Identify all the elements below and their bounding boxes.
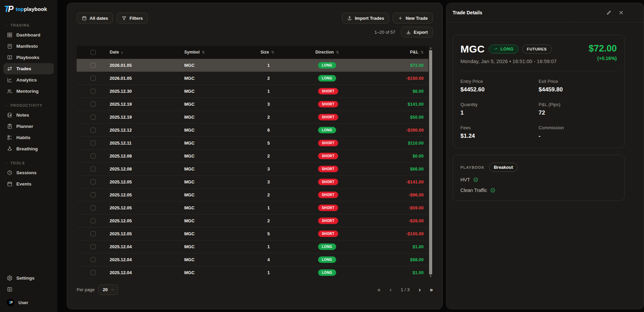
user-menu[interactable]: TP User <box>3 296 54 309</box>
edit-icon[interactable] <box>606 10 612 15</box>
table-row[interactable]: 2025.12.11 MGC 5 SHORT $110.00 <box>77 136 428 149</box>
sidebar-item-events[interactable]: Events <box>3 178 54 190</box>
direction-badge: SHORT <box>318 179 338 185</box>
playbook-badge[interactable]: Breakout <box>489 163 518 172</box>
row-checkbox[interactable] <box>91 63 96 68</box>
row-checkbox[interactable] <box>91 192 96 197</box>
table-row[interactable]: 2025.12.19 MGC 2 SHORT $50.00 <box>77 110 428 123</box>
scroll-down-icon[interactable]: ▼ <box>428 275 433 278</box>
card-divider <box>460 71 617 71</box>
cell-direction: SHORT <box>315 140 404 146</box>
import-trades-button[interactable]: Import Trades <box>342 13 389 24</box>
column-header-size[interactable]: Size⇅ <box>261 50 315 55</box>
sidebar-item-playbooks[interactable]: Playbooks <box>3 52 54 63</box>
cell-size: 2 <box>261 153 315 159</box>
table-row[interactable]: 2025.12.08 MGC 2 SHORT $0.00 <box>77 149 428 162</box>
cell-direction: LONG <box>315 62 404 69</box>
cell-pnl: $1.00 <box>404 270 428 275</box>
sort-icon: ⇅ <box>421 50 424 55</box>
cell-symbol: MGC <box>184 257 261 262</box>
direction-badge: LONG <box>318 127 336 133</box>
sidebar-item-breathing[interactable]: Breathing <box>3 143 54 154</box>
table-row[interactable]: 2026.01.05 MGC 1 LONG $72.00 <box>77 59 428 72</box>
nav-section-header[interactable]: PRODUCTIVITY <box>0 104 57 107</box>
sidebar-item-habits[interactable]: Habits <box>3 132 54 143</box>
scrollbar-thumb[interactable] <box>429 50 432 274</box>
row-checkbox[interactable] <box>91 205 96 210</box>
per-page-select[interactable]: 20 <box>98 284 118 295</box>
table-row[interactable]: 2025.12.05 MGC 1 SHORT -$59.00 <box>77 201 428 214</box>
app-logo[interactable]: TP topplaybook <box>0 0 57 17</box>
row-checkbox[interactable] <box>91 153 96 159</box>
sessions-icon <box>7 170 13 176</box>
close-icon[interactable] <box>618 10 624 15</box>
table-row[interactable]: 2025.12.05 MGC 2 SHORT -$96.00 <box>77 188 428 201</box>
sidebar-item-mentoring[interactable]: Mentoring <box>3 86 54 97</box>
table-row[interactable]: 2025.12.04 MGC 4 LONG $88.00 <box>77 253 428 266</box>
sidebar-item-analytics[interactable]: Analytics <box>3 74 54 86</box>
first-page-button[interactable]: « <box>377 287 380 293</box>
sidebar-item-notes[interactable]: Notes <box>3 109 54 121</box>
avatar: TP <box>6 298 15 307</box>
cell-date: 2025.12.30 <box>110 89 184 94</box>
table-row[interactable]: 2025.12.30 MGC 1 SHORT $6.00 <box>77 85 428 98</box>
export-button[interactable]: Export <box>401 27 433 38</box>
table-row[interactable]: 2025.12.12 MGC 6 LONG -$390.00 <box>77 123 428 136</box>
column-header-pnl[interactable]: P&L⇅ <box>404 50 428 55</box>
sidebar-item-label: Habits <box>16 135 30 140</box>
cell-date: 2025.12.05 <box>110 192 184 197</box>
table-row[interactable]: 2025.12.08 MGC 3 SHORT $66.00 <box>77 162 428 175</box>
sidebar-item-settings[interactable]: Settings <box>3 272 54 284</box>
row-checkbox[interactable] <box>91 166 96 172</box>
sidebar-item-dashboard[interactable]: Dashboard <box>3 29 54 41</box>
row-checkbox[interactable] <box>91 76 96 81</box>
column-header-direction[interactable]: Direction⇅ <box>315 50 404 55</box>
next-page-button[interactable]: › <box>419 287 421 293</box>
sidebar-item-sessions[interactable]: Sessions <box>3 167 54 178</box>
filters-button[interactable]: Filters <box>116 13 148 24</box>
cell-symbol: MGC <box>184 231 261 236</box>
table-row[interactable]: 2025.12.04 MGC 1 LONG $1.00 <box>77 240 428 253</box>
field-value: 72 <box>539 109 617 116</box>
row-checkbox[interactable] <box>91 179 96 184</box>
table-row[interactable]: 2025.12.05 MGC 3 SHORT -$141.00 <box>77 175 428 188</box>
new-trade-button[interactable]: New Trade <box>393 13 433 24</box>
row-checkbox[interactable] <box>91 244 96 249</box>
collapse-sidebar-button[interactable] <box>3 284 54 295</box>
cell-pnl: $6.00 <box>404 89 428 94</box>
select-all-checkbox[interactable] <box>91 50 96 55</box>
row-checkbox[interactable] <box>91 89 96 94</box>
row-checkbox[interactable] <box>91 231 96 236</box>
breathing-icon <box>7 146 13 152</box>
column-header-date[interactable]: Date↓ <box>110 50 184 55</box>
row-checkbox[interactable] <box>91 128 96 133</box>
row-checkbox[interactable] <box>91 140 96 146</box>
table-row[interactable]: 2026.01.05 MGC 2 LONG -$150.00 <box>77 72 428 85</box>
sidebar-item-planner[interactable]: Planner <box>3 121 54 132</box>
sidebar-item-manifesto[interactable]: Manifesto <box>3 41 54 52</box>
row-checkbox[interactable] <box>91 257 96 262</box>
plus-icon <box>398 16 403 21</box>
row-checkbox[interactable] <box>91 218 96 223</box>
cell-pnl: $88.00 <box>404 257 428 262</box>
last-page-button[interactable]: » <box>430 287 433 293</box>
table-row[interactable]: 2025.12.04 MGC 1 LONG $1.00 <box>77 266 428 279</box>
prev-page-button[interactable]: ‹ <box>390 287 391 293</box>
cell-pnl: -$59.00 <box>404 205 428 210</box>
scroll-up-icon[interactable]: ▲ <box>428 46 433 50</box>
row-checkbox[interactable] <box>91 102 96 107</box>
row-checkbox[interactable] <box>91 115 96 120</box>
date-filter-button[interactable]: All dates <box>77 13 113 24</box>
table-row[interactable]: 2025.12.19 MGC 3 SHORT $141.00 <box>77 98 428 110</box>
nav-section-header[interactable]: TOOLS <box>0 161 57 165</box>
table-scrollbar[interactable]: ▲ ▼ <box>428 46 433 279</box>
table-row[interactable]: 2025.12.05 MGC 2 SHORT -$28.00 <box>77 214 428 227</box>
table-row[interactable]: 2025.12.05 MGC 5 SHORT -$155.00 <box>77 227 428 240</box>
sidebar-item-trades[interactable]: Trades <box>3 63 54 74</box>
cell-direction: SHORT <box>315 231 404 237</box>
per-page-label: Per page <box>77 287 95 292</box>
nav-section-header[interactable]: TRADING <box>0 24 57 27</box>
column-header-symbol[interactable]: Symbol⇅ <box>184 50 261 55</box>
field-label: Quantity <box>460 102 539 107</box>
row-checkbox[interactable] <box>91 270 96 275</box>
